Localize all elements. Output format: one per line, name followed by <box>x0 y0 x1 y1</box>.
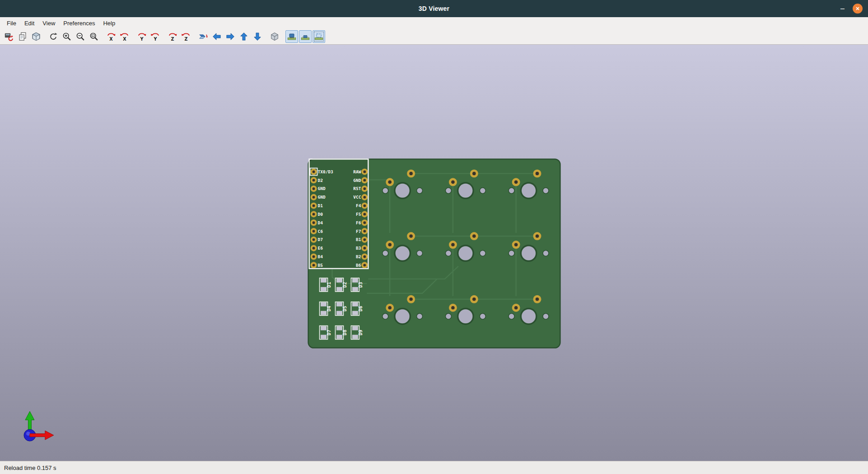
toggle-th-models-icon <box>287 32 297 42</box>
window-controls: – ✕ <box>840 4 868 14</box>
module-pin-label-right: GND <box>353 178 361 183</box>
axis-orientation-gizmo <box>24 411 54 441</box>
toggle-smd-models-button[interactable] <box>299 30 312 43</box>
module-pin-label-left: GND <box>318 186 326 191</box>
module-pin-label-left: B5 <box>318 263 323 268</box>
rotate-z-cw-button[interactable]: Z <box>166 30 179 43</box>
module-pin-label-left: B4 <box>318 254 323 259</box>
status-text: Reload time 0.157 s <box>4 465 56 471</box>
rotate-y-ccw-icon: Y <box>150 32 160 42</box>
pan-up-button[interactable] <box>238 30 250 43</box>
module-pin-label-left: D4 <box>318 220 323 225</box>
toolbar-group <box>3 30 42 43</box>
diode-label: D2 <box>342 282 347 288</box>
module-pin-label-right: RST <box>353 186 361 191</box>
module-pin-label-left: GND <box>318 195 326 200</box>
pcb-board-group: TX0/D3RAWD2GNDGNDRSTGNDVCCD1F4D0F5D4F6C6… <box>308 159 560 348</box>
toggle-virtual-models-icon <box>314 32 324 42</box>
toolbar-group <box>268 30 281 43</box>
zoom-fit-icon <box>89 32 99 42</box>
reload-board-icon <box>4 32 14 42</box>
module-pin-label-left: D1 <box>318 203 323 208</box>
module-pin-label-right: F4 <box>356 203 361 208</box>
flip-board-icon <box>198 32 208 42</box>
ortho-view-button[interactable] <box>268 30 281 43</box>
toggle-smd-models-icon <box>300 32 310 42</box>
pan-right-button[interactable] <box>224 30 237 43</box>
pan-right-icon <box>225 32 235 42</box>
rotate-y-cw-icon: Y <box>137 32 147 42</box>
svg-text:Y: Y <box>140 37 144 42</box>
module-pin-label-right: F5 <box>356 212 361 217</box>
module-pin-label-right: B3 <box>356 246 361 251</box>
svg-text:Z: Z <box>185 37 188 42</box>
svg-text:X: X <box>109 37 113 42</box>
minimize-button[interactable]: – <box>840 5 845 12</box>
ortho-view-icon <box>270 32 280 42</box>
rotate-x-ccw-button[interactable]: X <box>118 30 131 43</box>
pcb-3d-view[interactable]: TX0/D3RAWD2GNDGNDRSTGNDVCCD1F4D0F5D4F6C6… <box>0 45 868 461</box>
menubar: FileEditViewPreferencesHelp <box>0 17 868 29</box>
3d-viewport[interactable]: TX0/D3RAWD2GNDGNDRSTGNDVCCD1F4D0F5D4F6C6… <box>0 45 868 461</box>
close-button[interactable]: ✕ <box>853 4 863 14</box>
toolbar-group: YY <box>135 30 162 43</box>
toolbar: XXYYZZ <box>0 29 868 45</box>
zoom-in-button[interactable] <box>61 30 73 43</box>
flip-board-button[interactable] <box>197 30 210 43</box>
rotate-y-cw-button[interactable]: Y <box>135 30 148 43</box>
module-pin-label-right: F7 <box>356 229 361 234</box>
rotate-z-ccw-button[interactable]: Z <box>180 30 192 43</box>
pan-down-button[interactable] <box>251 30 264 43</box>
pan-up-icon <box>239 32 249 42</box>
pan-left-icon <box>212 32 222 42</box>
controller-module-footprint: TX0/D3RAWD2GNDGNDRSTGNDVCCD1F4D0F5D4F6C6… <box>309 159 369 268</box>
rotate-y-ccw-button[interactable]: Y <box>149 30 162 43</box>
menu-file[interactable]: File <box>3 18 20 28</box>
toolbar-group <box>285 30 325 43</box>
module-pin-label-left: D7 <box>318 237 323 242</box>
svg-text:Z: Z <box>171 37 174 42</box>
refresh-view-button[interactable] <box>47 30 60 43</box>
render-options-button[interactable] <box>30 30 42 43</box>
menu-help[interactable]: Help <box>99 18 119 28</box>
svg-text:Y: Y <box>154 37 158 42</box>
zoom-out-button[interactable] <box>74 30 87 43</box>
toolbar-group <box>197 30 264 43</box>
copy-image-button[interactable] <box>16 30 29 43</box>
diode-label: D1 <box>326 282 331 288</box>
module-pin-label-right: F6 <box>356 220 361 225</box>
diode-label: D3 <box>358 282 363 288</box>
zoom-out-icon <box>75 32 85 42</box>
titlebar[interactable]: 3D Viewer – ✕ <box>0 0 868 17</box>
rotate-z-cw-icon: Z <box>168 32 177 42</box>
module-pin-label-right: B2 <box>356 254 361 259</box>
diode-label: D5 <box>342 306 347 311</box>
pan-left-button[interactable] <box>210 30 223 43</box>
toggle-th-models-button[interactable] <box>285 30 298 43</box>
module-pin-label-right: VCC <box>353 195 361 200</box>
rotate-x-ccw-icon: X <box>120 32 130 42</box>
zoom-fit-button[interactable] <box>88 30 100 43</box>
diode-label: D9 <box>358 330 363 335</box>
copy-image-icon <box>18 32 28 42</box>
menu-preferences[interactable]: Preferences <box>59 18 99 28</box>
refresh-view-icon <box>48 32 58 42</box>
render-options-icon <box>31 32 41 42</box>
module-pin-label-right: B6 <box>356 263 361 268</box>
module-pin-label-left: C6 <box>318 229 323 234</box>
reload-board-button[interactable] <box>3 30 15 43</box>
module-pin-label-left: E6 <box>318 246 323 251</box>
statusbar: Reload time 0.157 s <box>0 461 868 474</box>
rotate-x-cw-button[interactable]: X <box>105 30 117 43</box>
toolbar-group: ZZ <box>166 30 192 43</box>
diode-label: D6 <box>358 306 363 311</box>
menu-view[interactable]: View <box>38 18 59 28</box>
module-pin-label-right: B1 <box>356 237 361 242</box>
diode-label: D4 <box>326 306 331 311</box>
module-pin-label-right: RAW <box>353 169 361 174</box>
toolbar-group <box>47 30 100 43</box>
window-title: 3D Viewer <box>0 5 868 12</box>
toggle-virtual-models-button[interactable] <box>313 30 325 43</box>
zoom-in-icon <box>62 32 72 42</box>
menu-edit[interactable]: Edit <box>20 18 38 28</box>
